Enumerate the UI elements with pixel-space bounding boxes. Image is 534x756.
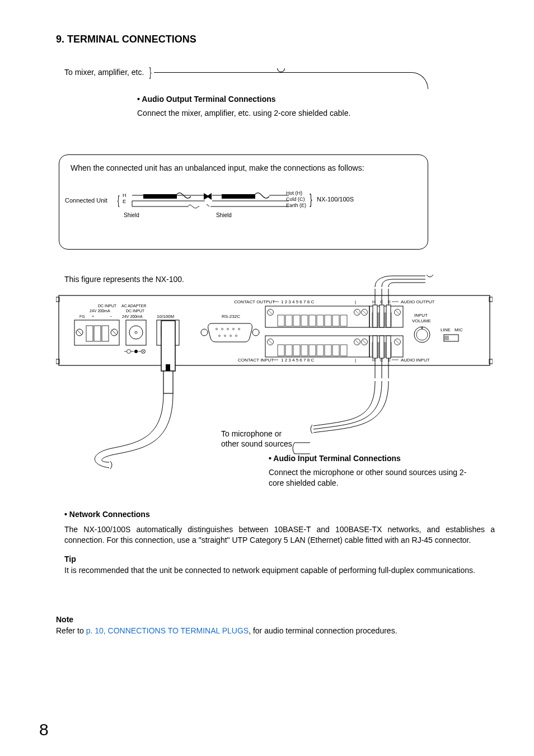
- brace: }: [149, 65, 152, 79]
- page-number: 8: [39, 720, 49, 739]
- cold-label: Cold (C): [286, 196, 305, 202]
- tip-heading: Tip: [64, 555, 495, 564]
- shield-label-1: Shield: [124, 212, 139, 218]
- note-block: Note Refer to p. 10, CONNECTIONS TO TERM…: [56, 615, 495, 636]
- upper-diagram: To mixer, amplifier, etc. } • Audio Outp…: [56, 62, 495, 258]
- tip-body: It is recommended that the unit be conne…: [64, 565, 495, 576]
- audio-input-heading: • Audio Input Terminal Connections: [269, 454, 481, 463]
- cable-diagram: [65, 189, 356, 239]
- note-link[interactable]: p. 10, CONNECTIONS TO TERMINAL PLUGS: [86, 626, 249, 635]
- mixer-label: To mixer, amplifier, etc.: [64, 68, 144, 77]
- svg-rect-1: [143, 194, 177, 199]
- note-body: Refer to p. 10, CONNECTIONS TO TERMINAL …: [56, 626, 495, 636]
- unbalanced-box: When the connected unit has an unbalance…: [59, 154, 428, 250]
- svg-marker-4: [207, 193, 212, 200]
- microphone-label: To microphone or other sound sources: [221, 429, 292, 449]
- section-title: 9. TERMINAL CONNECTIONS: [56, 34, 495, 45]
- callout-dimple: [277, 68, 285, 72]
- svg-marker-118: [166, 364, 170, 371]
- svg-rect-116: [161, 321, 175, 371]
- audio-input-block: • Audio Input Terminal Connections Conne…: [269, 454, 481, 489]
- audio-output-heading: • Audio Output Terminal Connections: [137, 95, 372, 104]
- note-pre: Refer to: [56, 626, 86, 635]
- hot-label: Hot (H): [286, 190, 302, 196]
- unbalanced-text: When the connected unit has an unbalance…: [71, 163, 416, 173]
- middle-section: This figure represents the NX-100. DC IN…: [56, 258, 495, 504]
- network-heading: • Network Connections: [64, 510, 495, 519]
- note-post: , for audio terminal connection procedur…: [249, 626, 397, 635]
- hce-labels: Hot (H) Cold (C) Earth (E): [286, 190, 306, 208]
- network-body: The NX-100/100S automatically distinguis…: [64, 524, 495, 546]
- svg-rect-5: [222, 194, 255, 199]
- network-block: • Network Connections The NX-100/100S au…: [64, 510, 495, 576]
- note-heading: Note: [56, 615, 495, 624]
- brace-icon: }: [310, 191, 312, 208]
- callout-line: [154, 72, 428, 89]
- nx-model-label: NX-100/100S: [317, 196, 354, 203]
- shield-label-2: Shield: [216, 212, 232, 218]
- audio-output-block: • Audio Output Terminal Connections Conn…: [137, 95, 372, 119]
- svg-rect-117: [163, 371, 173, 393]
- audio-input-body: Connect the microphone or other sound so…: [269, 467, 481, 489]
- audio-output-body: Connect the mixer, amplifier, etc. using…: [137, 108, 372, 119]
- earth-label: Earth (E): [286, 203, 306, 208]
